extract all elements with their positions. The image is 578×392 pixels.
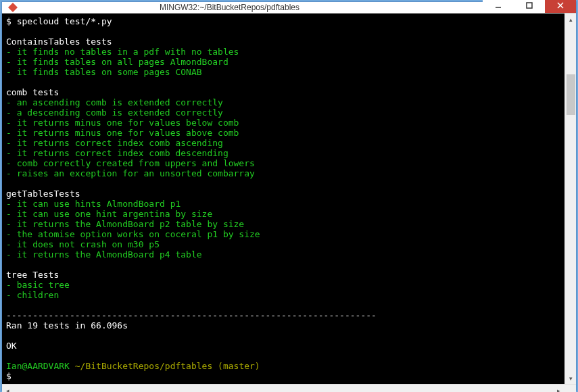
terminal-line: Ian@AARDVARK ~/BitBucketRepos/pdftables …: [6, 361, 560, 371]
scroll-right-arrow[interactable]: ▸: [553, 385, 564, 392]
titlebar[interactable]: MINGW32:~/BitBucketRepos/pdftables: [2, 2, 576, 14]
terminal-window: MINGW32:~/BitBucketRepos/pdftables $ spe…: [1, 1, 577, 391]
terminal-line: - an ascending comb is extended correctl…: [6, 97, 560, 107]
svg-rect-2: [527, 3, 532, 8]
vertical-scrollbar[interactable]: ▴ ▾: [564, 14, 576, 384]
terminal-line: - it returns correct index comb ascendin…: [6, 138, 560, 148]
terminal-line: - the atomise option works on coceral p1…: [6, 229, 560, 239]
terminal-line: OK: [6, 341, 560, 351]
terminal-line: comb tests: [6, 87, 560, 97]
terminal-line: - it returns the AlmondBoard p4 table: [6, 249, 560, 260]
terminal-line: - it does not crash on m30 p5: [6, 239, 560, 249]
scroll-up-arrow[interactable]: ▴: [565, 14, 577, 25]
terminal-line: $ specloud test/*.py: [6, 16, 560, 26]
terminal-line: - it can use one hint argentina by size: [6, 209, 560, 219]
terminal-line: - it returns minus one for values below …: [6, 118, 560, 128]
terminal-line: [6, 260, 560, 270]
terminal-line: - it finds tables on some pages CONAB: [6, 67, 560, 77]
vertical-scroll-thumb[interactable]: [567, 74, 575, 115]
terminal-line: - it finds tables on all pages AlmondBoa…: [6, 57, 560, 67]
terminal-line: [6, 77, 560, 87]
horizontal-scrollbar[interactable]: ◂ ▸: [2, 384, 576, 392]
minimize-icon: [495, 2, 502, 9]
terminal-scroll-area: $ specloud test/*.py ContainsTables test…: [2, 14, 576, 384]
terminal-line: - it returns correct index comb descendi…: [6, 148, 560, 158]
scroll-corner: [564, 385, 576, 392]
terminal-line: - children: [6, 290, 560, 300]
terminal-line: ----------------------------------------…: [6, 310, 560, 320]
terminal-line: Ran 19 tests in 66.096s: [6, 320, 560, 330]
terminal-line: [6, 178, 560, 189]
terminal-line: - it returns minus one for values above …: [6, 128, 560, 138]
window-title: MINGW32:~/BitBucketRepos/pdftables: [0, 3, 483, 12]
terminal-line: - basic tree: [6, 280, 560, 290]
maximize-icon: [526, 2, 533, 9]
terminal-line: [6, 330, 560, 341]
terminal-line: - a descending comb is extended correctl…: [6, 107, 560, 118]
terminal-line: - comb correctly created from uppers and…: [6, 158, 560, 168]
terminal-output[interactable]: $ specloud test/*.py ContainsTables test…: [2, 14, 564, 384]
terminal-line: - raises an exception for an unsorted co…: [6, 168, 560, 178]
terminal-line: - it can use hints AlmondBoard p1: [6, 199, 560, 209]
terminal-area: $ specloud test/*.py ContainsTables test…: [2, 14, 576, 392]
terminal-line: tree Tests: [6, 270, 560, 280]
horizontal-scroll-track[interactable]: [14, 385, 553, 392]
terminal-line: ContainsTables tests: [6, 36, 560, 47]
close-icon: [557, 2, 564, 9]
terminal-line: - it finds no tables in a pdf with no ta…: [6, 47, 560, 57]
terminal-line: [6, 26, 560, 36]
maximize-button[interactable]: [514, 0, 545, 13]
minimize-button[interactable]: [483, 0, 514, 13]
terminal-line: getTablesTests: [6, 189, 560, 199]
terminal-line: [6, 351, 560, 361]
terminal-line: $: [6, 371, 560, 381]
scroll-down-arrow[interactable]: ▾: [565, 372, 577, 384]
terminal-line: - it returns the AlmondBoard p2 table by…: [6, 219, 560, 229]
terminal-line: [6, 300, 560, 310]
window-controls: [483, 0, 576, 13]
scroll-left-arrow[interactable]: ◂: [2, 385, 14, 392]
close-button[interactable]: [545, 0, 576, 13]
